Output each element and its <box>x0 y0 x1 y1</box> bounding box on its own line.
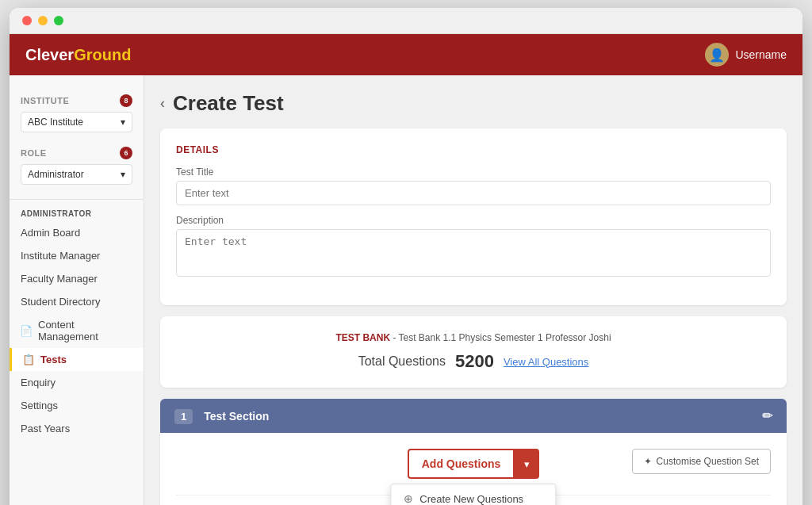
sidebar-item-content-management[interactable]: 📄 Content Management <box>10 313 144 348</box>
test-section-container: 1 Test Section ✏ Add Questions ▾ ⊕ Creat… <box>160 399 787 505</box>
description-group: Description <box>176 215 771 280</box>
logo: Clever Ground <box>25 46 131 64</box>
dot-green[interactable] <box>54 16 63 25</box>
sidebar-institute-section: Institute 8 ABC Institute ▾ <box>10 88 144 140</box>
details-card: DETAILS Test Title Description <box>160 128 787 305</box>
sidebar-divider <box>10 199 144 200</box>
role-label: Role <box>21 148 47 158</box>
section-title: Test Section <box>204 410 269 423</box>
test-title-input[interactable] <box>176 181 771 205</box>
total-questions-count: 5200 <box>455 351 494 372</box>
chevron-down-icon-role: ▾ <box>121 169 125 180</box>
role-name: Administrator <box>28 169 84 180</box>
add-questions-dropdown: ⊕ Create New Questions ⊞ Import from Que… <box>390 484 556 505</box>
institute-dropdown[interactable]: ABC Institute ▾ <box>21 112 132 132</box>
settings-label: Settings <box>21 400 58 411</box>
total-questions-row: Total Questions 5200 View All Questions <box>176 351 771 372</box>
enquiry-label: Enquiry <box>21 377 56 388</box>
sidebar-item-settings[interactable]: Settings <box>10 394 144 417</box>
logo-ground: Ground <box>74 46 131 64</box>
institute-manager-label: Institute Manager <box>21 250 100 262</box>
page-header: ‹ Create Test <box>160 91 787 116</box>
institute-name: ABC Institute <box>28 117 83 128</box>
faculty-manager-label: Faculty Manager <box>21 273 98 285</box>
customise-label: Customise Question Set <box>657 456 759 467</box>
edit-section-icon[interactable]: ✏ <box>762 408 772 423</box>
test-bank-label: TEST BANK <box>335 332 390 343</box>
main-content: ‹ Create Test DETAILS Test Title Descrip… <box>144 75 802 505</box>
app-body: Institute 8 ABC Institute ▾ Role 6 Admin… <box>10 75 802 505</box>
admin-board-label: Admin Board <box>21 227 80 239</box>
tests-icon: 📋 <box>23 354 34 365</box>
dot-red[interactable] <box>22 16 32 25</box>
chevron-down-icon: ▾ <box>121 117 125 128</box>
logo-clever: Clever <box>25 46 74 64</box>
sidebar-item-admin-board[interactable]: Admin Board <box>10 221 144 244</box>
dot-yellow[interactable] <box>38 16 48 25</box>
institute-label: Institute <box>21 96 69 105</box>
sidebar-item-tests[interactable]: 📋 Tests <box>10 348 144 371</box>
section-number: 1 <box>174 409 193 424</box>
section-body: Add Questions ▾ ⊕ Create New Questions ⊞… <box>160 433 787 505</box>
avatar: 👤 <box>705 43 729 67</box>
customise-icon: ✦ <box>644 456 652 467</box>
sidebar-item-student-directory[interactable]: Student Directory <box>10 290 144 313</box>
role-dropdown[interactable]: Administrator ▾ <box>21 164 132 185</box>
page-title: Create Test <box>173 91 284 116</box>
title-bar <box>10 8 802 34</box>
sidebar: Institute 8 ABC Institute ▾ Role 6 Admin… <box>10 75 144 505</box>
test-bank-info: TEST BANK - Test Bank 1.1 Physics Semest… <box>176 332 771 343</box>
username-label: Username <box>735 48 787 61</box>
past-years-label: Past Years <box>21 423 70 434</box>
institute-badge: 8 <box>120 94 132 107</box>
description-label: Description <box>176 215 771 226</box>
test-title-group: Test Title <box>176 166 771 205</box>
total-questions-label: Total Questions <box>358 354 446 369</box>
section-title-area: 1 Test Section <box>174 410 269 423</box>
admin-label: ADMINISTRATOR <box>10 206 144 221</box>
customise-question-set-button[interactable]: ✦ Customise Question Set <box>632 449 771 474</box>
test-title-label: Test Title <box>176 166 771 178</box>
test-bank-details: - Test Bank 1.1 Physics Semester 1 Profe… <box>393 332 611 343</box>
student-directory-label: Student Directory <box>21 296 100 308</box>
role-badge: 6 <box>120 147 132 159</box>
sidebar-item-past-years[interactable]: Past Years <box>10 417 144 440</box>
user-area[interactable]: 👤 Username <box>705 43 787 67</box>
section-header: 1 Test Section ✏ <box>160 399 787 433</box>
add-questions-dropdown-button[interactable]: ▾ <box>515 449 539 479</box>
description-input[interactable] <box>176 229 771 277</box>
tests-label: Tests <box>40 354 67 365</box>
view-all-link[interactable]: View All Questions <box>504 356 588 368</box>
sidebar-item-enquiry[interactable]: Enquiry <box>10 371 144 394</box>
create-new-label: Create New Questions <box>419 493 523 505</box>
top-nav: Clever Ground 👤 Username <box>10 34 802 75</box>
content-management-label: Content Management <box>38 319 132 342</box>
details-section-title: DETAILS <box>176 144 771 155</box>
plus-circle-icon: ⊕ <box>404 492 413 505</box>
content-management-icon: 📄 <box>21 325 32 336</box>
test-bank-card: TEST BANK - Test Bank 1.1 Physics Semest… <box>160 316 787 388</box>
sidebar-item-faculty-manager[interactable]: Faculty Manager <box>10 267 144 290</box>
back-button[interactable]: ‹ <box>160 95 165 112</box>
sidebar-item-institute-manager[interactable]: Institute Manager <box>10 244 144 267</box>
add-questions-button[interactable]: Add Questions <box>408 449 515 479</box>
sidebar-role-section: Role 6 Administrator ▾ <box>10 140 144 193</box>
create-new-questions-item[interactable]: ⊕ Create New Questions <box>391 484 555 505</box>
